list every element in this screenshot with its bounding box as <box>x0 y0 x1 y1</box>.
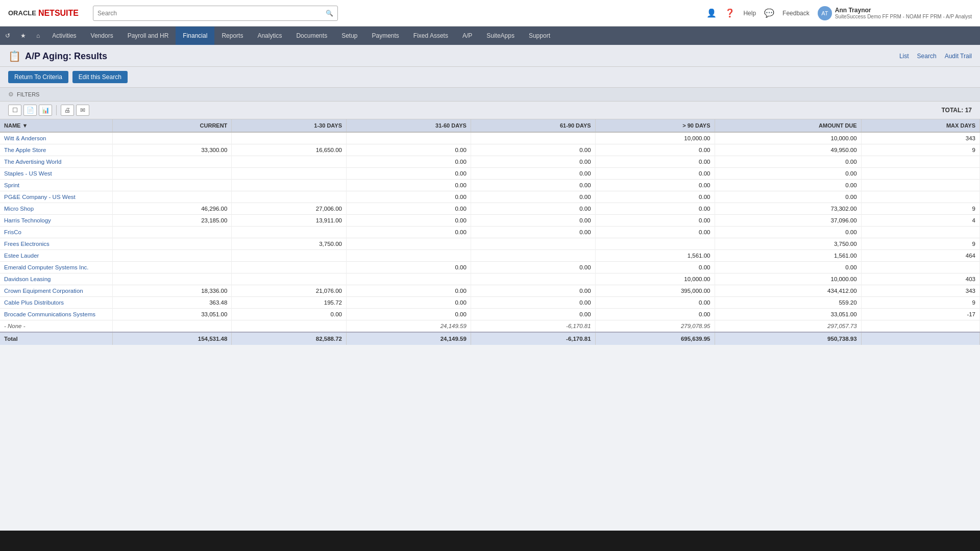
cell-amount_due: 434,412.00 <box>715 285 861 297</box>
nav-reports[interactable]: Reports <box>214 27 250 45</box>
cell-current <box>112 191 232 203</box>
table-row: Brocade Communications Systems33,051.000… <box>0 309 980 320</box>
col-61-90[interactable]: 61-90 DAYS <box>471 119 595 132</box>
nav-setup[interactable]: Setup <box>334 27 364 45</box>
report-icon: 📋 <box>8 50 21 62</box>
footer-amount-due: 950,738.93 <box>715 332 861 345</box>
cell-name[interactable]: Sprint <box>0 180 112 191</box>
edit-search-button[interactable]: Edit this Search <box>72 71 128 83</box>
cell-name[interactable]: The Apple Store <box>0 144 112 156</box>
table-row: Estee Lauder1,561.001,561.00464 <box>0 250 980 262</box>
nav-activities[interactable]: Activities <box>45 27 83 45</box>
house-icon: ⌂ <box>36 32 40 39</box>
cell-days_31_60: 0.00 <box>346 156 471 168</box>
cell-name[interactable]: Harris Technology <box>0 215 112 227</box>
feedback-icon[interactable]: 💬 <box>764 8 774 18</box>
account-icon[interactable]: 👤 <box>706 8 717 18</box>
star-icon: ★ <box>20 32 26 39</box>
page-header-links: List Search Audit Trail <box>899 53 972 60</box>
col-amount-due[interactable]: AMOUNT DUE <box>715 119 861 132</box>
list-link[interactable]: List <box>899 53 909 60</box>
netsuite-logo: NETSUITE <box>38 9 79 18</box>
cell-name[interactable]: Frees Electronics <box>0 238 112 250</box>
search-icon[interactable]: 🔍 <box>326 10 333 17</box>
search-link[interactable]: Search <box>917 53 937 60</box>
nav-activities-label: Activities <box>52 32 76 39</box>
page-header: 📋 A/P Aging: Results List Search Audit T… <box>0 45 980 67</box>
cell-days_1_30: 27,006.00 <box>232 203 347 215</box>
cell-amount_due: 297,057.73 <box>715 320 861 333</box>
cell-name[interactable]: Crown Equipment Corporation <box>0 285 112 297</box>
cell-name[interactable]: Micro Shop <box>0 203 112 215</box>
export-excel-button[interactable]: 📊 <box>39 105 52 116</box>
cell-name[interactable]: Estee Lauder <box>0 250 112 262</box>
cell-days_90: 0.00 <box>595 309 715 320</box>
select-all-button[interactable]: ☐ <box>8 105 21 116</box>
nav-favorites[interactable]: ★ <box>15 27 31 45</box>
cell-name[interactable]: Cable Plus Distributors <box>0 297 112 309</box>
nav-support-label: Support <box>529 32 550 39</box>
cell-name[interactable]: FrisCo <box>0 227 112 238</box>
buttons-area: Return To Criteria Edit this Search <box>0 67 980 88</box>
cell-days_1_30 <box>232 191 347 203</box>
col-name[interactable]: NAME ▼ <box>0 119 112 132</box>
footer-current: 154,531.48 <box>112 332 232 345</box>
footer-90-plus: 695,639.95 <box>595 332 715 345</box>
nav-support[interactable]: Support <box>522 27 557 45</box>
feedback-link[interactable]: Feedback <box>782 10 810 17</box>
cell-days_31_60: 0.00 <box>346 144 471 156</box>
table-row: FrisCo0.000.000.000.00 <box>0 227 980 238</box>
help-icon[interactable]: ❓ <box>725 8 735 18</box>
cell-days_90: 0.00 <box>595 180 715 191</box>
email-button[interactable]: ✉ <box>76 105 89 116</box>
nav-dashboard[interactable]: ⌂ <box>31 27 45 45</box>
cell-amount_due: 10,000.00 <box>715 132 861 144</box>
footer-label: Total <box>0 332 112 345</box>
cell-amount_due: 0.00 <box>715 227 861 238</box>
nav-vendors[interactable]: Vendors <box>84 27 120 45</box>
cell-max_days: 343 <box>861 285 979 297</box>
export-csv-button[interactable]: 📄 <box>23 105 37 116</box>
nav-fixed-assets[interactable]: Fixed Assets <box>406 27 455 45</box>
cell-days_31_60 <box>346 132 471 144</box>
print-button[interactable]: 🖨 <box>61 105 74 116</box>
cell-days_1_30: 195.72 <box>232 297 347 309</box>
nav-suiteapps-label: SuiteApps <box>486 32 514 39</box>
cell-days_61_90: 0.00 <box>471 180 595 191</box>
nav-analytics[interactable]: Analytics <box>250 27 289 45</box>
cell-current: 23,185.00 <box>112 215 232 227</box>
cell-days_90: 0.00 <box>595 227 715 238</box>
cell-amount_due: 0.00 <box>715 180 861 191</box>
cell-days_1_30 <box>232 227 347 238</box>
filters-label: FILTERS <box>17 91 39 97</box>
return-to-criteria-button[interactable]: Return To Criteria <box>8 71 68 83</box>
search-input[interactable] <box>97 10 326 17</box>
cell-days_1_30: 13,911.00 <box>232 215 347 227</box>
audit-trail-link[interactable]: Audit Trail <box>945 53 972 60</box>
nav-ap[interactable]: A/P <box>455 27 479 45</box>
cell-name[interactable]: Witt & Anderson <box>0 132 112 144</box>
nav-documents[interactable]: Documents <box>289 27 334 45</box>
page-title: A/P Aging: Results <box>25 51 107 62</box>
col-31-60[interactable]: 31-60 DAYS <box>346 119 471 132</box>
col-90-plus[interactable]: > 90 DAYS <box>595 119 715 132</box>
cell-name[interactable]: Davidson Leasing <box>0 273 112 285</box>
col-max-days[interactable]: MAX DAYS <box>861 119 979 132</box>
cell-days_61_90: 0.00 <box>471 215 595 227</box>
nav-suiteapps[interactable]: SuiteApps <box>479 27 522 45</box>
cell-name[interactable]: The Advertising World <box>0 156 112 168</box>
col-current[interactable]: CURRENT <box>112 119 232 132</box>
nav-financial[interactable]: Financial <box>176 27 214 45</box>
cell-name[interactable]: Emerald Computer Systems Inc. <box>0 262 112 273</box>
cell-name[interactable]: Brocade Communications Systems <box>0 309 112 320</box>
help-link[interactable]: Help <box>743 10 756 17</box>
cell-name[interactable]: Staples - US West <box>0 168 112 180</box>
cell-name[interactable]: PG&E Company - US West <box>0 191 112 203</box>
nav-home[interactable]: ↺ <box>0 27 15 45</box>
col-1-30[interactable]: 1-30 DAYS <box>232 119 347 132</box>
nav-payments[interactable]: Payments <box>365 27 406 45</box>
user-details: Ann Traynor SuiteSuccess Demo FF PRM - N… <box>835 7 972 19</box>
cell-max_days: 9 <box>861 203 979 215</box>
nav-payroll[interactable]: Payroll and HR <box>120 27 176 45</box>
table-footer-row: Total 154,531.48 82,588.72 24,149.59 -6,… <box>0 332 980 345</box>
